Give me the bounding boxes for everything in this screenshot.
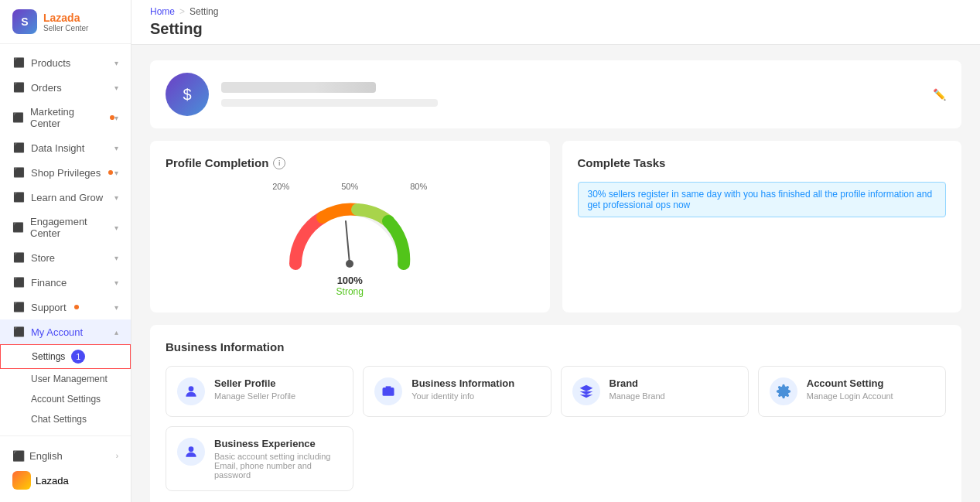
sidebar-nav: ⬛ Products ▾ ⬛ Orders ▾ ⬛ Marketing Cent… (0, 44, 131, 435)
profile-sub-bar (221, 99, 438, 107)
account-setting-card[interactable]: Account Setting Manage Login Account (758, 366, 946, 417)
marketing-icon: ⬛ (12, 111, 24, 124)
sidebar-item-engagement[interactable]: ⬛ Engagement Center ▾ (0, 210, 131, 245)
sidebar-logo: S Lazada Seller Center (0, 0, 131, 44)
business-info-card[interactable]: Business Information Your identity info (363, 366, 551, 417)
seller-profile-icon (183, 384, 199, 399)
sidebar-subitem-settings[interactable]: Settings 1 (0, 344, 131, 369)
store-icon: ⬛ (12, 251, 25, 264)
sidebar-footer: ⬛ English › Lazada (0, 435, 131, 502)
task-info: 30% sellers register in same day with yo… (578, 182, 947, 217)
chat-settings-label: Chat Settings (31, 414, 87, 425)
sidebar-label-data-insight: Data Insight (31, 142, 84, 154)
profile-name-bar (221, 82, 376, 93)
edit-icon[interactable]: ✏️ (933, 88, 946, 101)
seller-profile-icon-wrap (177, 377, 205, 405)
breadcrumb-home[interactable]: Home (150, 6, 175, 17)
sidebar-item-store[interactable]: ⬛ Store ▾ (0, 245, 131, 270)
account-setting-text: Account Setting Manage Login Account (807, 377, 893, 401)
account-settings-label: Account Settings (31, 394, 101, 405)
profile-completion-title: Profile Completion i (166, 156, 534, 169)
brand-text: Brand Manage Brand (610, 377, 665, 401)
sidebar-item-data-insight[interactable]: ⬛ Data Insight ▾ (0, 135, 131, 160)
complete-tasks-title: Complete Tasks (578, 156, 947, 169)
bottom-logo: Lazada (12, 466, 118, 494)
sidebar-label-marketing: Marketing Center (30, 106, 102, 129)
sidebar-label-shop-priv: Shop Privileges (31, 167, 101, 179)
profile-info (221, 82, 920, 107)
gauge-labels: 20% 50% 80% (272, 182, 427, 191)
business-experience-icon-wrap (177, 438, 205, 466)
profile-card: $ ✏️ (150, 60, 961, 128)
sidebar-item-marketing[interactable]: ⬛ Marketing Center ▾ (0, 100, 131, 135)
language-selector[interactable]: ⬛ English › (12, 446, 118, 466)
sidebar-item-my-account[interactable]: ⬛ My Account ▴ (0, 319, 131, 344)
gauge-svg (280, 194, 419, 271)
sidebar-label-support: Support (31, 302, 67, 313)
account-setting-icon (776, 384, 791, 399)
engagement-icon: ⬛ (12, 221, 24, 234)
finance-icon: ⬛ (12, 276, 25, 289)
sidebar-label-products: Products (31, 57, 70, 69)
gauge-label-80: 80% (410, 182, 427, 191)
chevron-engagement: ▾ (114, 224, 118, 232)
logo-name: Lazada (43, 12, 88, 24)
seller-profile-title: Seller Profile (214, 377, 295, 389)
two-col-section: Profile Completion i 20% 50% 80% (150, 141, 961, 312)
business-experience-card[interactable]: Business Experience Basic account settin… (166, 426, 353, 491)
brand-card[interactable]: Brand Manage Brand (561, 366, 749, 417)
business-info-icon (381, 384, 396, 399)
logo-icon: S (12, 9, 37, 34)
info-icon[interactable]: i (273, 157, 285, 169)
sidebar-item-finance[interactable]: ⬛ Finance ▾ (0, 270, 131, 295)
gauge-container: 20% 50% 80% (166, 182, 534, 297)
chevron-shop-priv: ▾ (114, 169, 118, 177)
svg-rect-3 (383, 388, 394, 396)
topbar: Home > Setting Setting (131, 0, 980, 45)
business-cards-grid: Seller Profile Manage Seller Profile Bus… (166, 366, 946, 417)
account-setting-icon-wrap (770, 377, 797, 405)
main-content: Home > Setting Setting $ ✏️ Profile Comp… (131, 0, 980, 502)
bottom-logo-icon (12, 471, 31, 490)
support-icon: ⬛ (12, 301, 25, 313)
language-label: English (29, 450, 63, 462)
sidebar-item-products[interactable]: ⬛ Products ▾ (0, 50, 131, 75)
chevron-marketing: ▾ (114, 114, 118, 122)
chevron-finance: ▾ (114, 278, 118, 287)
profile-completion-section: Profile Completion i 20% 50% 80% (150, 141, 550, 312)
avatar: $ (166, 73, 209, 116)
sidebar-item-shop-priv[interactable]: ⬛ Shop Privileges ▾ (0, 160, 131, 185)
settings-badge: 1 (71, 350, 85, 364)
chevron-learn: ▾ (114, 193, 118, 202)
logo-sub: Seller Center (43, 24, 88, 32)
sidebar-subitem-user-management[interactable]: User Management (0, 369, 131, 389)
business-info-title: Business Information (411, 377, 514, 389)
business-info-icon-wrap (374, 377, 402, 405)
brand-icon-wrap (572, 377, 600, 405)
sidebar-label-orders: Orders (31, 82, 62, 94)
complete-tasks-section: Complete Tasks 30% sellers register in s… (562, 141, 962, 312)
sidebar-item-learn[interactable]: ⬛ Learn and Grow ▾ (0, 185, 131, 210)
business-information-section: Business Information Seller Profile Mana… (150, 325, 961, 502)
account-setting-title: Account Setting (807, 377, 893, 389)
settings-label: Settings (32, 351, 65, 362)
shop-priv-icon: ⬛ (12, 166, 25, 179)
language-icon: ⬛ (12, 450, 25, 462)
sidebar-subitem-chat-settings[interactable]: Chat Settings (0, 409, 131, 429)
sidebar-item-support[interactable]: ⬛ Support ▾ (0, 295, 131, 319)
svg-point-2 (189, 386, 194, 391)
learn-icon: ⬛ (12, 191, 25, 203)
data-insight-icon: ⬛ (12, 142, 25, 154)
content-area: $ ✏️ Profile Completion i 20% 50% 80% (131, 45, 980, 502)
seller-profile-text: Seller Profile Manage Seller Profile (214, 377, 295, 401)
business-experience-text: Business Experience Basic account settin… (214, 438, 342, 480)
sidebar-item-orders[interactable]: ⬛ Orders ▾ (0, 75, 131, 100)
products-icon: ⬛ (12, 56, 25, 69)
gauge-label-50: 50% (341, 182, 358, 191)
gauge-percent: 100% (337, 275, 363, 286)
sidebar-label-engagement: Engagement Center (30, 216, 114, 239)
seller-profile-card[interactable]: Seller Profile Manage Seller Profile (166, 366, 353, 417)
shop-priv-dot (108, 170, 113, 175)
sidebar-subitem-account-settings[interactable]: Account Settings (0, 389, 131, 409)
task-message: 30% sellers register in same day with yo… (588, 189, 933, 210)
